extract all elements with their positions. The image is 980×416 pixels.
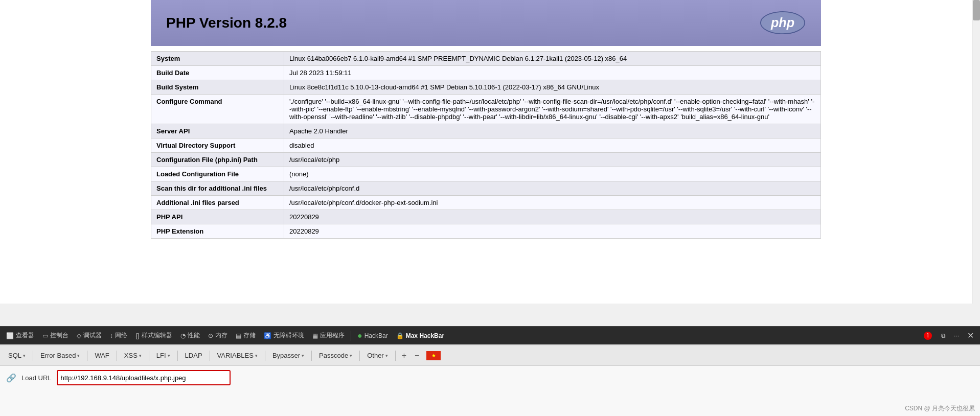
waf-label: WAF <box>95 352 109 359</box>
table-row: Configure Command'./configure' '--build=… <box>151 95 821 124</box>
devtools-btn-storage[interactable]: ▤ 存储 <box>233 330 259 341</box>
hackbar-url-row: 🔗 Load URL <box>0 366 980 389</box>
xss-arrow: ▾ <box>139 353 142 358</box>
devtools-btn-debugger[interactable]: ◇ 调试器 <box>74 330 105 341</box>
table-cell-value: /usr/local/etc/php/conf.d/docker-php-ext… <box>284 196 821 210</box>
more-icon: ··· <box>954 332 959 339</box>
bypasser-arrow: ▾ <box>302 353 304 358</box>
hb-passcode-btn[interactable]: Passcode ▾ <box>315 350 356 361</box>
svg-text:php: php <box>770 15 794 30</box>
sep-5 <box>177 351 178 361</box>
devtools-close-btn[interactable]: ✕ <box>964 329 977 342</box>
table-row: Server APIApache 2.0 Handler <box>151 124 821 138</box>
other-arrow: ▾ <box>385 353 388 358</box>
devtools-btn-console[interactable]: ▭ 控制台 <box>39 330 72 341</box>
hb-lfi-btn[interactable]: LFI ▾ <box>152 350 174 361</box>
error-based-arrow: ▾ <box>77 353 80 358</box>
devtools-btn-inspector[interactable]: ⬜ 查看器 <box>3 330 37 341</box>
copy-icon: ⧉ <box>941 332 946 339</box>
devtools-btn-hackbar[interactable]: ● HackBar <box>354 330 391 342</box>
devtools-btn-accessibility[interactable]: ♿ 无障碍环境 <box>261 330 307 341</box>
sep-6 <box>210 351 210 361</box>
table-row: PHP API20220829 <box>151 210 821 224</box>
table-cell-label: PHP Extension <box>151 224 284 239</box>
table-cell-label: Configuration File (php.ini) Path <box>151 153 284 167</box>
link-icon: 🔗 <box>6 373 16 383</box>
passcode-label: Passcode <box>319 352 348 359</box>
php-logo: php <box>760 10 806 36</box>
variables-label: VARIABLES <box>217 352 254 359</box>
console-icon: ▭ <box>42 332 48 339</box>
hb-sql-btn[interactable]: SQL ▾ <box>4 350 30 361</box>
table-cell-label: System <box>151 52 284 66</box>
devtools-btn-application[interactable]: ▦ 应用程序 <box>309 330 348 341</box>
xss-label: XSS <box>124 352 138 359</box>
storage-label: 存储 <box>243 331 256 340</box>
table-row: Build SystemLinux 8ce8c1f1d11c 5.10.0-13… <box>151 80 821 95</box>
php-version-title: PHP Version 8.2.8 <box>166 15 287 31</box>
table-cell-value: Jul 28 2023 11:59:11 <box>284 66 821 80</box>
scrollbar[interactable] <box>972 0 980 304</box>
table-cell-label: Build Date <box>151 66 284 80</box>
table-cell-value: Linux 8ce8c1f1d11c 5.10.0-13-cloud-amd64… <box>284 80 821 95</box>
ldap-label: LDAP <box>185 352 202 359</box>
sep-10 <box>395 351 396 361</box>
table-cell-value: disabled <box>284 138 821 153</box>
table-cell-value: 20220829 <box>284 224 821 239</box>
table-cell-value: (none) <box>284 167 821 181</box>
network-label: 网络 <box>115 331 127 340</box>
url-input[interactable] <box>57 370 231 385</box>
load-url-label: Load URL <box>21 374 52 382</box>
hackbar-label: HackBar <box>364 332 388 339</box>
table-cell-label: Loaded Configuration File <box>151 167 284 181</box>
sep-7 <box>265 351 265 361</box>
hb-other-btn[interactable]: Other ▾ <box>363 350 392 361</box>
table-cell-value: './configure' '--build=x86_64-linux-gnu'… <box>284 95 821 124</box>
table-cell-label: Server API <box>151 124 284 138</box>
devtools-copy-btn[interactable]: ⧉ <box>938 331 949 341</box>
table-row: Configuration File (php.ini) Path/usr/lo… <box>151 153 821 167</box>
other-label: Other <box>367 352 384 359</box>
variables-arrow: ▾ <box>255 353 258 358</box>
devtools-btn-max-hackbar[interactable]: 🔒 Max HackBar <box>393 331 447 341</box>
accessibility-label: 无障碍环境 <box>274 331 304 340</box>
sql-label: SQL <box>8 352 21 359</box>
debugger-label: 调试器 <box>83 331 102 340</box>
memory-label: 内存 <box>215 331 227 340</box>
cn-flag[interactable]: ★ <box>426 351 441 360</box>
network-icon: ↕ <box>110 332 113 339</box>
devtools-btn-memory[interactable]: ⊙ 内存 <box>205 330 231 341</box>
performance-icon: ◔ <box>180 332 186 339</box>
max-hackbar-icon: 🔒 <box>396 332 404 339</box>
devtools-toolbar: ⬜ 查看器 ▭ 控制台 ◇ 调试器 ↕ 网络 {} 样式编辑器 ◔ 性能 ⊙ 内… <box>0 326 980 344</box>
hb-remove-btn[interactable]: − <box>412 350 422 361</box>
devtools-btn-network[interactable]: ↕ 网络 <box>107 330 130 341</box>
debugger-icon: ◇ <box>77 332 81 339</box>
info-table-wrapper: SystemLinux 614ba0066eb7 6.1.0-kali9-amd… <box>151 51 821 239</box>
sep-2 <box>87 351 87 361</box>
table-cell-value: /usr/local/etc/php/conf.d <box>284 181 821 196</box>
memory-icon: ⊙ <box>208 332 213 339</box>
max-hackbar-label: Max HackBar <box>406 332 444 339</box>
hb-xss-btn[interactable]: XSS ▾ <box>120 350 146 361</box>
hb-add-btn[interactable]: + <box>399 350 409 361</box>
table-cell-value: 20220829 <box>284 210 821 224</box>
hackbar-panel: SQL ▾ Error Based ▾ WAF XSS ▾ LFI ▾ LDAP… <box>0 344 980 416</box>
passcode-arrow: ▾ <box>350 353 352 358</box>
hb-ldap-btn[interactable]: LDAP <box>181 350 207 361</box>
close-icon: ✕ <box>967 331 974 340</box>
storage-icon: ▤ <box>236 332 241 339</box>
hb-variables-btn[interactable]: VARIABLES ▾ <box>213 350 262 361</box>
devtools-btn-performance[interactable]: ◔ 性能 <box>177 330 203 341</box>
hb-error-based-btn[interactable]: Error Based ▾ <box>36 350 84 361</box>
table-cell-value: Linux 614ba0066eb7 6.1.0-kali9-amd64 #1 … <box>284 52 821 66</box>
table-cell-value: /usr/local/etc/php <box>284 153 821 167</box>
devtools-btn-style[interactable]: {} 样式编辑器 <box>132 330 175 341</box>
hb-waf-btn[interactable]: WAF <box>90 350 113 361</box>
devtools-more-btn[interactable]: ··· <box>951 331 962 341</box>
hb-bypasser-btn[interactable]: Bypasser ▾ <box>268 350 308 361</box>
application-label: 应用程序 <box>320 331 345 340</box>
scrollbar-thumb[interactable] <box>973 0 980 20</box>
hackbar-dot-icon: ● <box>357 331 362 340</box>
table-row: Virtual Directory Supportdisabled <box>151 138 821 153</box>
